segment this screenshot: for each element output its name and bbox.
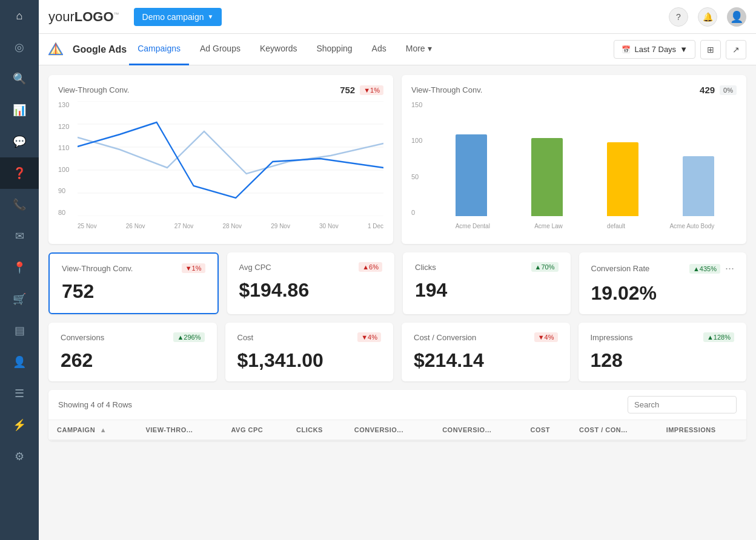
bar-default-bar: [607, 142, 638, 216]
sub-nav: Google Ads Campaigns Ad Groups Keywords …: [39, 34, 756, 65]
metric-name-cost-conversion: Cost / Conversion: [414, 333, 476, 342]
nav-plugin[interactable]: ⚡: [0, 409, 39, 441]
metric-badge-cost: ▼4%: [357, 332, 381, 342]
bar-chart-card: View-Through Conv. 429 0% 150 100 50 0: [402, 75, 746, 244]
nav-phone[interactable]: 📞: [0, 189, 39, 220]
nav-search[interactable]: 🔍: [0, 63, 39, 94]
metric-value-cost-conversion: $214.14: [414, 349, 558, 372]
nav-reports[interactable]: ◎: [0, 31, 39, 63]
bar-x-labels: Acme Dental Acme Law default Acme Auto B…: [433, 217, 737, 234]
metric-name-conversions: Conversions: [61, 333, 104, 342]
logo: yourLOGO™: [48, 9, 119, 25]
share-button[interactable]: ↗: [726, 40, 746, 59]
col-cost[interactable]: COST: [522, 420, 571, 440]
sort-icon: ▲: [100, 426, 107, 433]
bar-default: [607, 101, 638, 216]
nav-analytics[interactable]: 📊: [0, 94, 39, 126]
bar-acme-law: [531, 101, 563, 216]
metric-badge-impressions: ▲128%: [703, 332, 734, 342]
data-table: CAMPAIGN ▲ VIEW-THRO... AVG CPC CLICKS C…: [48, 420, 746, 441]
metric-name-conversion-rate: Conversion Rate: [591, 264, 650, 273]
sub-nav-right: 📅 Last 7 Days ▼ ⊞ ↗: [614, 40, 746, 59]
metric-card-conversion-rate[interactable]: Conversion Rate ▲435% ··· 19.02%: [579, 252, 747, 314]
search-input[interactable]: [628, 396, 737, 413]
metric-card-conversions[interactable]: Conversions ▲296% 262: [48, 323, 217, 381]
metric-name-view-through: View-Through Conv.: [62, 264, 133, 273]
content-area: View-Through Conv. 752 ▼1% 130 120 110 1…: [39, 65, 756, 540]
tab-campaigns[interactable]: Campaigns: [129, 34, 189, 65]
line-chart-svg-area: [78, 101, 383, 216]
bar-chart-container: 150 100 50 0: [411, 101, 737, 234]
nav-shopping[interactable]: 🛒: [0, 283, 39, 315]
col-avg-cpc[interactable]: AVG CPC: [222, 420, 288, 440]
metric-badge-view-through: ▼1%: [182, 263, 205, 273]
col-conversions-1[interactable]: CONVERSIO...: [346, 420, 434, 440]
nav-active[interactable]: ❓: [0, 157, 39, 189]
nav-list[interactable]: ▤: [0, 315, 39, 346]
date-btn-arrow: ▼: [680, 45, 688, 54]
bar-acme-auto: [683, 101, 714, 216]
nav-menu[interactable]: ☰: [0, 378, 39, 409]
table-section: Showing 4 of 4 Rows CAMPAIGN ▲ VIEW-THRO…: [48, 390, 746, 441]
bar-chart-title: View-Through Conv.: [411, 85, 482, 94]
demo-btn-arrow: ▼: [208, 13, 214, 20]
notifications-button[interactable]: 🔔: [698, 7, 717, 27]
metric-badge-avg-cpc: ▲6%: [359, 262, 382, 272]
nav-location[interactable]: 📍: [0, 252, 39, 283]
tab-more[interactable]: More ▾: [397, 34, 440, 65]
date-range-button[interactable]: 📅 Last 7 Days ▼: [614, 40, 695, 59]
col-campaign[interactable]: CAMPAIGN ▲: [48, 420, 137, 440]
bar-acme-law-bar: [531, 138, 563, 216]
tab-ads[interactable]: Ads: [363, 34, 395, 65]
bar-y-labels: 150 100 50 0: [411, 101, 431, 216]
col-cost-con[interactable]: COST / CON...: [571, 420, 658, 440]
line-chart-header: View-Through Conv. 752 ▼1%: [58, 85, 383, 95]
tab-shopping[interactable]: Shopping: [308, 34, 360, 65]
avatar[interactable]: 👤: [727, 7, 746, 27]
x-axis-labels: 25 Nov 26 Nov 27 Nov 28 Nov 29 Nov 30 No…: [78, 217, 383, 234]
table-toolbar: Showing 4 of 4 Rows: [48, 390, 746, 420]
bar-chart-header: View-Through Conv. 429 0%: [411, 85, 737, 95]
col-conversions-2[interactable]: CONVERSIO...: [434, 420, 522, 440]
date-range-label: Last 7 Days: [634, 45, 676, 54]
nav-user[interactable]: 👤: [0, 346, 39, 378]
nav-chat[interactable]: 💬: [0, 126, 39, 157]
y-axis-labels: 130 120 110 100 90 80: [58, 101, 76, 216]
nav-mail[interactable]: ✉: [0, 220, 39, 252]
col-impressions[interactable]: IMPRESSIONS: [658, 420, 746, 440]
demo-campaign-button[interactable]: Demo campaign ▼: [134, 8, 222, 26]
metric-badge-conversion-rate: ▲435%: [689, 264, 720, 274]
line-chart-title: View-Through Conv.: [58, 85, 129, 94]
metric-card-clicks[interactable]: Clicks ▲70% 194: [403, 252, 571, 314]
help-button[interactable]: ?: [669, 7, 688, 27]
nav-home[interactable]: ⌂: [0, 0, 39, 31]
nav-settings[interactable]: ⚙: [0, 441, 39, 472]
metric-value-avg-cpc: $194.86: [239, 279, 383, 301]
chart-view-button[interactable]: ⊞: [700, 40, 721, 59]
metric-row-1: View-Through Conv. ▼1% 752 Avg CPC ▲6% $…: [48, 252, 746, 314]
tab-keywords[interactable]: Keywords: [251, 34, 305, 65]
top-bar: yourLOGO™ Demo campaign ▼ ? 🔔 👤: [39, 0, 756, 34]
col-clicks[interactable]: CLICKS: [288, 420, 346, 440]
metric-card-cost[interactable]: Cost ▼4% $1,341.00: [225, 323, 394, 381]
metric-card-avg-cpc[interactable]: Avg CPC ▲6% $194.86: [227, 252, 395, 314]
metric-name-cost: Cost: [237, 333, 254, 342]
tab-ad-groups[interactable]: Ad Groups: [191, 34, 249, 65]
google-ads-icon: [48, 42, 63, 57]
table-info: Showing 4 of 4 Rows: [58, 400, 132, 409]
metric-value-clicks: 194: [415, 279, 559, 301]
metric-more-button[interactable]: ···: [725, 262, 734, 275]
bar-chart-bars: [433, 101, 737, 216]
metric-row-2: Conversions ▲296% 262 Cost ▼4% $1,341.00…: [48, 323, 746, 381]
top-bar-right: ? 🔔 👤: [669, 7, 746, 27]
bar-chart-badge: 0%: [720, 85, 737, 95]
metric-badge-conversions: ▲296%: [173, 332, 204, 342]
table-header: CAMPAIGN ▲ VIEW-THRO... AVG CPC CLICKS C…: [48, 420, 746, 440]
line-chart-value: 752: [340, 85, 355, 95]
metric-card-view-through[interactable]: View-Through Conv. ▼1% 752: [48, 252, 219, 314]
line-chart-container: 130 120 110 100 90 80: [58, 101, 383, 234]
metric-card-cost-conversion[interactable]: Cost / Conversion ▼4% $214.14: [402, 323, 570, 381]
metric-value-conversions: 262: [61, 349, 205, 372]
metric-card-impressions[interactable]: Impressions ▲128% 128: [579, 323, 747, 381]
col-view-through[interactable]: VIEW-THRO...: [137, 420, 222, 440]
